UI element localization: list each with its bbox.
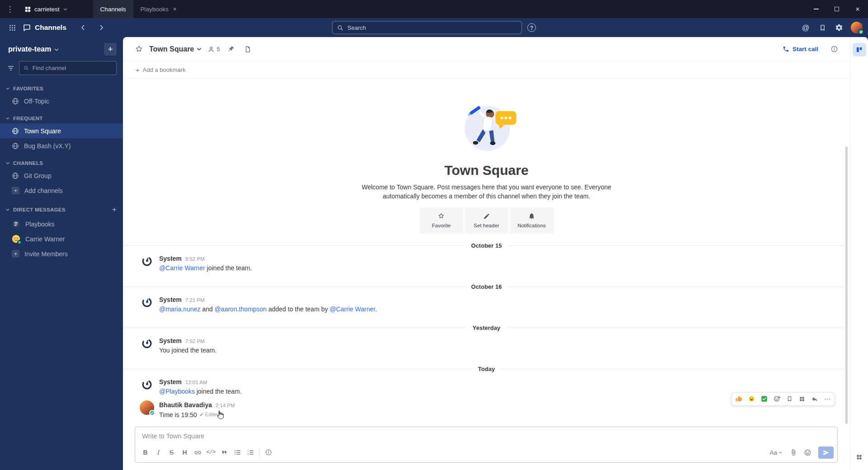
post-system-3[interactable]: System7:52 PM You joined the team. (123, 334, 850, 357)
product-switcher-icon[interactable] (5, 21, 19, 34)
formatting-toggle-button[interactable]: Aa (767, 446, 785, 459)
server-selector-button[interactable]: carrietest (20, 4, 72, 15)
saved-posts-icon[interactable] (816, 21, 829, 34)
italic-button[interactable]: I (152, 446, 165, 459)
maximize-button[interactable] (826, 0, 847, 18)
sidebar-item-carrie-warner[interactable]: Carrie Warner (0, 231, 123, 246)
sidebar-item-bug-bash[interactable]: Bug Bash (vX.Y) (0, 138, 123, 153)
favorite-action-button[interactable]: Favorite (420, 207, 463, 234)
post-author[interactable]: System (159, 254, 182, 263)
post-bhautik[interactable]: Bhautik Bavadiya2:14 PM Time is 19:50Edi… (123, 398, 850, 422)
sidebar-item-town-square[interactable]: Town Square (0, 123, 123, 138)
channel-name-menu[interactable]: Town Square (149, 45, 202, 53)
reaction-check-icon[interactable] (758, 394, 770, 404)
sidebar-section-favorites: FAVORITES Off-Topic (0, 84, 123, 108)
attach-file-button[interactable] (787, 446, 800, 459)
date-divider: Today (123, 365, 850, 373)
sidebar-item-git-group[interactable]: Git Group (0, 168, 123, 183)
start-call-button[interactable]: Start call (778, 43, 823, 55)
app-bar-grid-icon[interactable] (853, 450, 866, 464)
arrow-right-icon (98, 24, 105, 31)
mention-link[interactable]: @Carrie Warner (330, 306, 375, 313)
save-post-icon[interactable] (783, 394, 795, 404)
channel-members-button[interactable]: 5 (208, 46, 220, 53)
add-channel-button[interactable]: + (104, 43, 117, 56)
reaction-smile-icon[interactable] (745, 394, 757, 404)
message-list[interactable]: Town Square Welcome to Town Square. Post… (123, 79, 850, 426)
forward-button[interactable] (94, 21, 108, 34)
post-system-1[interactable]: System9:52 PM @Carrie Warner joined the … (123, 252, 850, 275)
section-header[interactable]: FREQUENT (0, 113, 123, 123)
section-header[interactable]: FAVORITES (0, 84, 123, 94)
strikethrough-button[interactable]: S (165, 446, 178, 459)
post-author[interactable]: System (159, 377, 182, 386)
mentions-icon[interactable]: @ (799, 21, 812, 34)
chevron-up-icon (778, 451, 783, 455)
section-header[interactable]: CHANNELS (0, 158, 123, 168)
sidebar-item-invite-members[interactable]: + Invite Members (0, 246, 123, 261)
find-channel-input[interactable] (33, 65, 112, 71)
channel-header: Town Square 5 (123, 37, 850, 61)
start-call-label: Start call (793, 46, 818, 52)
post-author[interactable]: Bhautik Bavadiya (159, 400, 212, 409)
grid-icon (9, 24, 16, 32)
sidebar-item-playbooks-dm[interactable]: Playbooks (0, 216, 123, 231)
notifications-action-button[interactable]: Notifications (510, 207, 554, 234)
link-button[interactable] (191, 446, 204, 459)
plus-icon: + (12, 187, 19, 194)
scrollbar-thumb[interactable] (845, 146, 848, 424)
mattermost-logo-icon (141, 379, 153, 390)
add-bookmark-button[interactable]: + Add a bookmark (132, 64, 189, 75)
actions-grid-icon[interactable] (796, 394, 808, 404)
app-menu-icon[interactable]: ⋮ (0, 5, 20, 14)
post-author[interactable]: System (159, 295, 182, 304)
pinned-posts-button[interactable] (225, 42, 238, 56)
quote-button[interactable] (217, 446, 231, 459)
numbered-list-button[interactable]: 12 (244, 446, 257, 459)
emoji-picker-button[interactable] (801, 446, 814, 459)
search-input[interactable]: Search (332, 21, 522, 34)
help-icon[interactable]: ? (528, 24, 536, 32)
close-window-button[interactable]: ✕ (847, 0, 868, 18)
back-button[interactable] (76, 21, 90, 34)
heading-button[interactable]: H (178, 446, 191, 459)
more-actions-icon[interactable]: ⋯ (821, 394, 833, 404)
app-bar-active-app-icon[interactable] (853, 43, 866, 56)
mention-link[interactable]: @maria.nunez (159, 306, 200, 313)
post-system-2[interactable]: System7:21 PM @maria.nunez and @aaron.th… (123, 293, 850, 316)
channel-files-button[interactable] (241, 42, 255, 56)
filter-icon[interactable] (7, 65, 14, 72)
send-button[interactable] (818, 446, 834, 459)
add-reaction-icon[interactable] (771, 394, 783, 404)
sidebar-item-add-channels[interactable]: + Add channels (0, 183, 123, 198)
tab-channels[interactable]: Channels (93, 0, 133, 18)
pencil-icon (199, 412, 204, 417)
user-avatar[interactable] (851, 22, 863, 33)
post-author[interactable]: System (159, 336, 182, 345)
mention-link[interactable]: @aaron.thompson (214, 306, 266, 313)
user-avatar[interactable] (140, 400, 154, 415)
bulleted-list-button[interactable] (231, 446, 244, 459)
post-text-segment: You joined the team. (159, 347, 217, 354)
minimize-button[interactable] (806, 0, 826, 18)
close-tab-icon[interactable]: ✕ (173, 6, 177, 12)
favorite-star-icon[interactable] (132, 42, 146, 56)
settings-gear-icon[interactable] (832, 21, 846, 34)
team-header[interactable]: private-team + (0, 37, 123, 60)
mention-link[interactable]: @Carrie Warner (159, 264, 205, 272)
code-button[interactable]: </> (204, 446, 217, 459)
bold-button[interactable]: B (139, 446, 152, 459)
mention-link[interactable]: @Playbooks (159, 388, 195, 395)
search-icon (24, 65, 29, 71)
message-input[interactable]: Write to Town Square (135, 427, 837, 445)
set-header-action-button[interactable]: Set header (465, 207, 509, 234)
reply-icon[interactable] (809, 394, 821, 404)
add-direct-message-icon[interactable]: + (112, 205, 117, 214)
formatting-help-icon[interactable] (262, 446, 275, 459)
pencil-icon (483, 213, 490, 220)
channel-info-icon[interactable] (827, 42, 841, 56)
reaction-thumbs-up-icon[interactable] (733, 394, 745, 404)
tab-playbooks[interactable]: Playbooks ✕ (133, 0, 184, 18)
sidebar-item-off-topic[interactable]: Off-Topic (0, 94, 123, 108)
section-header[interactable]: DIRECT MESSAGES + (0, 203, 123, 216)
